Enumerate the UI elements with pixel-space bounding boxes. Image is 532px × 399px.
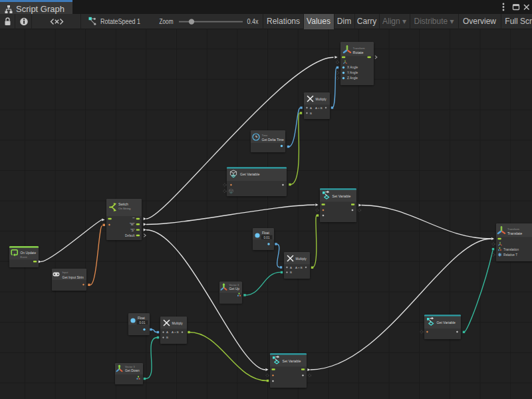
- svg-text:B: B: [310, 112, 312, 115]
- svg-text:B: B: [290, 271, 292, 274]
- svg-text:Transform: Transform: [507, 227, 520, 231]
- svg-text:Time: Time: [262, 134, 269, 137]
- svg-text:A: A: [310, 106, 312, 110]
- svg-text:X Angle: X Angle: [347, 66, 358, 69]
- svg-text:Get Variable: Get Variable: [240, 172, 260, 176]
- svg-text:Transform: Transform: [353, 47, 366, 50]
- svg-text:"": "": [132, 217, 135, 221]
- svg-text:A × B: A × B: [315, 106, 323, 110]
- svg-text:"S": "S": [130, 229, 135, 232]
- svg-text:Rotate: Rotate: [353, 51, 364, 55]
- svg-text:Multiply: Multiply: [296, 257, 307, 261]
- svg-text:0.01: 0.01: [264, 236, 270, 239]
- svg-text:Get Delta Time: Get Delta Time: [262, 138, 285, 142]
- svg-text:A: A: [166, 331, 168, 334]
- svg-text:On String: On String: [118, 207, 131, 210]
- svg-text:A: A: [290, 266, 292, 269]
- svg-text:0.01: 0.01: [140, 321, 146, 325]
- svg-text:Z Angle: Z Angle: [347, 76, 358, 80]
- svg-text:Multiply: Multiply: [316, 98, 327, 101]
- svg-text:Translation: Translation: [503, 248, 519, 251]
- svg-text:Event: Event: [21, 255, 28, 259]
- svg-text:Float: Float: [138, 317, 146, 320]
- svg-text:Multiply: Multiply: [172, 322, 184, 325]
- svg-text:Vector 3: Vector 3: [125, 365, 135, 368]
- svg-text:Float: Float: [262, 231, 270, 235]
- svg-text:A × B: A × B: [172, 331, 179, 334]
- svg-text:Y Angle: Y Angle: [347, 71, 358, 74]
- svg-text:0.4x: 0.4x: [247, 17, 259, 25]
- svg-text:On Update: On Update: [21, 251, 37, 255]
- svg-text:Get Variable: Get Variable: [437, 321, 456, 325]
- svg-text:Zoom: Zoom: [160, 17, 174, 25]
- svg-text:Switch: Switch: [118, 202, 128, 206]
- svg-text:Default: Default: [125, 234, 135, 237]
- svg-text:Get Up: Get Up: [229, 287, 240, 291]
- svg-text:A × B: A × B: [295, 266, 303, 269]
- svg-text:Translate: Translate: [507, 231, 522, 235]
- svg-text:Set Variable: Set Variable: [283, 359, 301, 363]
- svg-text:Set Variable: Set Variable: [332, 194, 351, 198]
- svg-text:B: B: [166, 336, 168, 339]
- svg-text:RotateSpeed 1: RotateSpeed 1: [100, 17, 140, 25]
- svg-text:"W": "W": [130, 223, 135, 226]
- svg-text:Vector 3: Vector 3: [229, 283, 239, 287]
- svg-text:Relative T: Relative T: [503, 253, 517, 257]
- svg-text:Get Input Strin: Get Input Strin: [63, 275, 84, 279]
- svg-text:Input: Input: [63, 271, 69, 274]
- svg-text:Get Down: Get Down: [125, 369, 140, 372]
